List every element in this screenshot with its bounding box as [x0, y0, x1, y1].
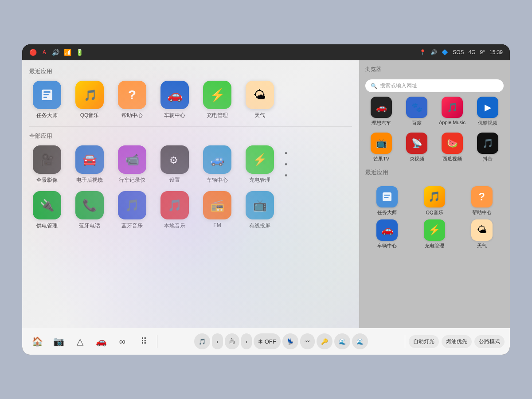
- app-apple-music[interactable]: 🎵 Apple Music: [436, 97, 468, 126]
- app-label-weather: 天气: [254, 112, 265, 119]
- sos-label: SOS: [453, 49, 464, 55]
- app-label-vehicle: 车辆中心: [164, 112, 185, 119]
- app-bt-phone[interactable]: 📞 蓝牙电话: [72, 191, 107, 230]
- right-app-qqmusic[interactable]: 🎵 QQ音乐: [413, 186, 457, 216]
- nav-camera[interactable]: 📷: [49, 332, 68, 351]
- bottom-bar: 🏠 📷 △ 🚗 ∞ ⠿ 🎵 ‹ 高 › ❄ OFF 💺 〰 🔑 🌊 🌊 自动灯光…: [22, 328, 510, 355]
- app-icon-bt-music: 🎵: [118, 191, 146, 219]
- app-icon-youku: ▶: [477, 97, 498, 118]
- app-charging[interactable]: ⚡ 充电管理: [200, 81, 235, 119]
- svg-rect-1: [43, 91, 51, 93]
- all-apps-row1: 🎥 全景影像 🚘 电子后视镜 📹 行车记录仪: [29, 145, 352, 184]
- app-icon-qq-music: 🎵: [75, 81, 104, 109]
- app-icon-local-music: 🎵: [160, 191, 189, 219]
- ctrl-next[interactable]: ›: [241, 333, 252, 349]
- app-fm[interactable]: 📻 FM: [200, 191, 235, 230]
- app-icon-dashcam: 📹: [118, 145, 146, 174]
- ctrl-steer[interactable]: 🔑: [317, 333, 332, 349]
- app-vehicle2[interactable]: 🚙 车辆中心: [200, 145, 235, 184]
- btn-fuel[interactable]: 燃油优先: [442, 335, 472, 348]
- ctrl-prev[interactable]: ‹: [212, 333, 223, 349]
- right-recent-apps: 任务大师 🎵 QQ音乐 ? 帮助中心 🚗: [365, 186, 504, 249]
- app-label-power: 供电管理: [36, 222, 58, 230]
- app-e-mirror[interactable]: 🚘 电子后视镜: [72, 145, 107, 184]
- svg-text:🎵: 🎵: [84, 89, 97, 102]
- search-placeholder: 搜索或输入网址: [380, 82, 417, 90]
- app-icon-charging: ⚡: [203, 81, 231, 109]
- app-power[interactable]: 🔌 供电管理: [29, 191, 65, 230]
- app-help[interactable]: ? 帮助中心: [114, 81, 150, 119]
- app-youku[interactable]: ▶ 优酷视频: [472, 97, 504, 126]
- app-settings[interactable]: ⚙ 设置: [157, 145, 192, 184]
- nav-car[interactable]: 🚗: [91, 332, 111, 351]
- alert-icon: Ａ: [41, 48, 47, 56]
- app-icon-lixiang: 🚗: [371, 97, 392, 118]
- app-label-douyin: 抖音: [483, 156, 493, 162]
- app-xigua[interactable]: 🍉 西瓜视频: [436, 133, 468, 162]
- app-local-music[interactable]: 🎵 本地音乐: [157, 191, 192, 230]
- app-charging2[interactable]: ⚡ 充电管理: [242, 145, 278, 184]
- right-panel: 浏览器 🔍 搜索或输入网址 🚗 理想汽车 🐾 百度: [359, 60, 510, 328]
- app-bt-music[interactable]: 🎵 蓝牙音乐: [114, 191, 150, 230]
- recent-apps-grid: 任务大师 🎵 QQ音乐 ? 帮助中心 🚗: [29, 81, 352, 119]
- all-apps-title: 全部应用: [29, 132, 352, 140]
- browser-title: 浏览器: [365, 66, 504, 73]
- btn-auto-light[interactable]: 自动灯光: [409, 335, 439, 348]
- app-panoramic[interactable]: 🎥 全景影像: [29, 145, 65, 184]
- right-app-weather[interactable]: 🌤 天气: [460, 219, 504, 249]
- app-icon-xigua: 🍉: [442, 133, 463, 154]
- app-qq-music[interactable]: 🎵 QQ音乐: [72, 81, 107, 119]
- right-app-task[interactable]: 任务大师: [365, 186, 409, 216]
- app-task-master[interactable]: 任务大师: [29, 81, 65, 119]
- right-app-icon-qqmusic: 🎵: [424, 186, 445, 207]
- browser-apps-row2: 📺 芒果TV 📡 央视频 🍉 西瓜视频: [365, 133, 504, 162]
- ctrl-heat[interactable]: 〰: [300, 333, 315, 349]
- nav-grid[interactable]: ⠿: [134, 332, 153, 351]
- app-icon-vehicle2: 🚙: [203, 145, 231, 174]
- browser-apps-row1: 🚗 理想汽车 🐾 百度 🎵 Apple Music: [365, 97, 504, 126]
- right-app-icon-vehicle: 🚗: [376, 219, 398, 241]
- nav-apps[interactable]: ∞: [113, 332, 132, 351]
- nav-home[interactable]: 🏠: [27, 332, 47, 351]
- right-app-icon-weather: 🌤: [471, 219, 493, 241]
- status-bar: 🔴 Ａ 🔊 📶 🔋 📍 🔊 🔷 SOS 4G 9° 15:39: [22, 44, 510, 60]
- app-baidu[interactable]: 🐾 百度: [401, 97, 433, 126]
- app-icon-bt-phone: 📞: [75, 191, 104, 219]
- right-app-icon-help: ?: [471, 186, 493, 207]
- app-label-qq-music: QQ音乐: [80, 112, 99, 119]
- ctrl-seat[interactable]: 💺: [282, 333, 298, 349]
- app-icon-weather: 🌤: [246, 81, 274, 109]
- app-icon-task-master: [33, 81, 61, 109]
- svg-rect-8: [384, 197, 389, 198]
- app-vehicle[interactable]: 🚗 车辆中心: [157, 81, 192, 119]
- ctrl-fan[interactable]: ❄ OFF: [254, 333, 281, 349]
- btn-road[interactable]: 公路模式: [474, 335, 505, 348]
- all-apps-row2: 🔌 供电管理 📞 蓝牙电话 🎵 蓝牙音乐: [29, 191, 352, 230]
- recent-apps-title: 最近应用: [29, 67, 352, 75]
- app-douyin[interactable]: 🎵 抖音: [472, 133, 504, 162]
- app-icon-panoramic: 🎥: [33, 145, 61, 174]
- ctrl-mode2[interactable]: 🌊: [352, 333, 368, 349]
- right-app-label-weather: 天气: [477, 243, 487, 249]
- more-indicator: •••: [285, 145, 287, 184]
- right-app-charging[interactable]: ⚡ 充电管理: [413, 219, 457, 249]
- app-mango[interactable]: 📺 芒果TV: [365, 133, 397, 162]
- app-dashcam[interactable]: 📹 行车记录仪: [114, 145, 150, 184]
- nav-nav[interactable]: △: [70, 332, 90, 351]
- svg-text:⚙: ⚙: [169, 155, 178, 166]
- app-weather[interactable]: 🌤 天气: [242, 81, 278, 119]
- app-cctv[interactable]: 📡 央视频: [401, 133, 433, 162]
- right-app-vehicle[interactable]: 🚗 车辆中心: [365, 219, 409, 249]
- svg-rect-3: [43, 97, 47, 98]
- ctrl-music[interactable]: 🎵: [194, 333, 210, 349]
- right-app-icon-charging: ⚡: [424, 219, 445, 241]
- app-cast[interactable]: 📺 有线投屏: [242, 191, 278, 230]
- app-icon-douyin: 🎵: [477, 133, 498, 154]
- search-bar[interactable]: 🔍 搜索或输入网址: [365, 79, 504, 92]
- app-label-settings: 设置: [169, 176, 180, 184]
- right-app-help[interactable]: ? 帮助中心: [460, 186, 504, 216]
- nav-divider: [157, 335, 157, 348]
- app-lixiang[interactable]: 🚗 理想汽车: [365, 97, 397, 126]
- divider-1: [29, 126, 352, 127]
- ctrl-mode1[interactable]: 🌊: [334, 333, 350, 349]
